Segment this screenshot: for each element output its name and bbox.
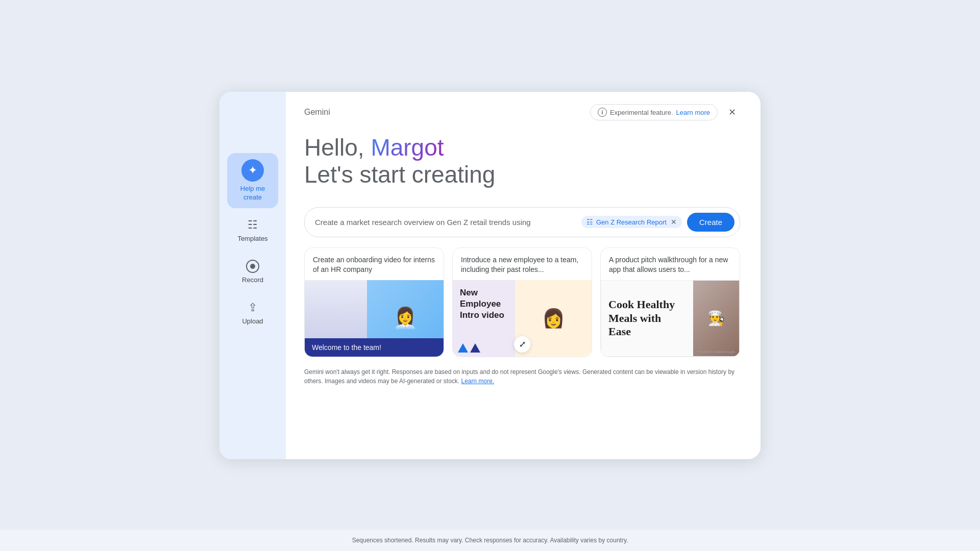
product-label: Product walkthrough — [698, 349, 735, 354]
expand-icon[interactable]: ⤢ — [514, 336, 530, 353]
sidebar: ✦ Help me create ☷ Templates Record ⇪ Up… — [219, 92, 286, 459]
upload-icon: ⇪ — [248, 301, 257, 314]
card-1-thumbnail: 👩‍💼 Welcome to the team! — [305, 280, 444, 357]
sidebar-label-help-me-create: Help me create — [235, 185, 270, 202]
sidebar-label-upload: Upload — [242, 317, 263, 326]
card-2-description: Introduce a new employee to a team, incl… — [453, 248, 592, 280]
card-3-thumbnail: Cook Healthy Meals with Ease 👨‍🍳 Product… — [601, 280, 740, 357]
bottom-bar-text: Sequences shortened. Results may vary. C… — [352, 537, 628, 544]
card-3-cook-title: Cook Healthy Meals with Ease — [608, 298, 686, 338]
triangle-dark — [470, 343, 480, 353]
sidebar-item-upload[interactable]: ⇪ Upload — [227, 295, 278, 332]
record-icon — [246, 260, 259, 273]
sidebar-item-templates[interactable]: ☷ Templates — [227, 212, 278, 249]
card-new-employee[interactable]: Introduce a new employee to a team, incl… — [452, 247, 592, 357]
card-2-triangles — [458, 343, 480, 353]
card-3-right-image: 👨‍🍳 — [693, 281, 739, 356]
card-1-overlay-text: Welcome to the team! — [305, 338, 444, 357]
greeting-subtitle: Let's start creating — [304, 161, 740, 189]
info-icon: i — [598, 108, 607, 117]
close-button[interactable]: ✕ — [724, 104, 740, 120]
card-1-description: Create an onboarding video for interns o… — [305, 248, 444, 280]
card-2-title: New Employee Intro video — [460, 287, 508, 321]
sidebar-item-record[interactable]: Record — [227, 254, 278, 291]
card-product-pitch[interactable]: A product pitch walkthrough for a new ap… — [600, 247, 740, 357]
doc-icon: ☷ — [586, 218, 593, 226]
header: Gemini i Experimental feature. Learn mor… — [304, 104, 740, 120]
header-right: i Experimental feature. Learn more ✕ — [590, 104, 740, 120]
experimental-badge: i Experimental feature. Learn more — [590, 104, 718, 120]
search-prompt-text: Create a market research overview on Gen… — [315, 218, 576, 227]
greeting-section: Hello, Margot Let's start creating — [304, 135, 740, 189]
search-tag-label: Gen Z Research Report — [596, 218, 667, 226]
app-title: Gemini — [304, 108, 330, 117]
greeting-name: Margot — [371, 134, 444, 161]
bottom-bar: Sequences shortened. Results may vary. C… — [0, 530, 980, 551]
disclaimer: Gemini won't always get it right. Respon… — [304, 367, 740, 386]
card-3-description: A product pitch walkthrough for a new ap… — [601, 248, 740, 280]
gemini-icon: ✦ — [241, 159, 264, 182]
learn-more-link[interactable]: Learn more — [676, 109, 710, 116]
disclaimer-text: Gemini won't always get it right. Respon… — [304, 368, 734, 385]
sidebar-item-help-me-create[interactable]: ✦ Help me create — [227, 153, 278, 208]
sidebar-label-record: Record — [242, 276, 263, 285]
disclaimer-link[interactable]: Learn more. — [461, 378, 495, 385]
search-bar[interactable]: Create a market research overview on Gen… — [304, 207, 740, 237]
main-content: Gemini i Experimental feature. Learn mor… — [286, 92, 761, 459]
cards-grid: Create an onboarding video for interns o… — [304, 247, 740, 357]
tag-close-button[interactable]: ✕ — [671, 218, 677, 226]
sidebar-label-templates: Templates — [237, 235, 267, 243]
outer-wrapper: ✦ Help me create ☷ Templates Record ⇪ Up… — [0, 0, 980, 551]
hello-text: Hello, — [304, 134, 364, 161]
templates-icon: ☷ — [248, 218, 258, 232]
triangle-blue — [458, 343, 468, 353]
greeting-hello: Hello, Margot — [304, 135, 740, 161]
search-bar-wrapper: Create a market research overview on Gen… — [304, 207, 740, 237]
experimental-text: Experimental feature. — [610, 109, 673, 116]
card-onboarding[interactable]: Create an onboarding video for interns o… — [304, 247, 444, 357]
search-tag: ☷ Gen Z Research Report ✕ — [581, 216, 682, 228]
create-button[interactable]: Create — [687, 213, 734, 232]
app-container: ✦ Help me create ☷ Templates Record ⇪ Up… — [219, 92, 761, 459]
